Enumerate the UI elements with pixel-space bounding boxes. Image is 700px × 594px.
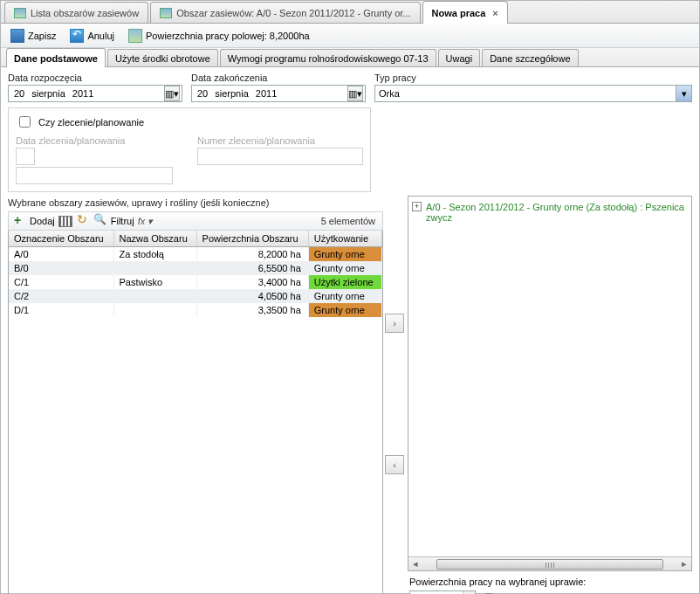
calendar-icon[interactable]: ▥▾: [347, 86, 363, 101]
selection-tree[interactable]: + A/0 - Sezon 2011/2012 - Grunty orne (Z…: [408, 196, 692, 571]
tab-area[interactable]: Obszar zasiewów: A/0 - Sezon 2011/2012 -…: [150, 2, 420, 23]
list-toolbar: Dodaj Filtruj fx ▾ 5 elementów: [8, 211, 383, 231]
search-icon[interactable]: [93, 214, 107, 228]
tab-list[interactable]: Lista obszarów zasiewów: [4, 2, 148, 23]
toolbar: Zapisz Anuluj Powierzchnia pracy polowej…: [1, 24, 699, 48]
end-date-input[interactable]: 20sierpnia2011 ▥▾: [191, 85, 366, 102]
calendar-icon[interactable]: ▥▾: [164, 86, 180, 101]
filter-button[interactable]: Filtruj: [111, 216, 134, 226]
list-title: Wybrane obszary zasiewów, uprawy i rośli…: [8, 197, 383, 208]
scroll-thumb[interactable]: [436, 559, 663, 570]
field-icon: [14, 8, 26, 18]
tab-new-work[interactable]: Nowa praca×: [422, 1, 508, 24]
col-name[interactable]: Nazwa Obszaru: [113, 231, 196, 247]
subtab-notes[interactable]: Uwagi: [438, 49, 481, 66]
table-row[interactable]: A/0Za stodołą8,2000 haGrunty orne: [9, 247, 382, 262]
expand-icon[interactable]: +: [412, 202, 422, 211]
col-desig[interactable]: Oznaczenie Obszaru: [9, 231, 113, 247]
reload-icon[interactable]: [76, 214, 90, 228]
save-button[interactable]: Zapisz: [6, 26, 60, 45]
table-row[interactable]: C/24,0500 haGrunty orne: [9, 289, 382, 303]
plan-date-day: [16, 148, 35, 165]
move-right-button[interactable]: ›: [385, 314, 404, 333]
work-type-label: Typ pracy: [374, 73, 692, 83]
plan-date-label: Data zlecenia/planowania: [16, 135, 189, 146]
plan-num-input: [197, 148, 363, 165]
plan-checkbox[interactable]: Czy zlecenie/planowanie: [16, 114, 144, 130]
field-icon: [128, 29, 142, 43]
plus-icon[interactable]: [12, 214, 26, 228]
tree-item[interactable]: + A/0 - Sezon 2011/2012 - Grunty orne (Z…: [412, 200, 688, 224]
crop-area-label: Powierzchnia pracy na wybranej uprawie:: [409, 577, 690, 587]
field-icon: [160, 8, 172, 18]
plan-date-input: [16, 167, 173, 184]
scroll-left-icon[interactable]: ◂: [408, 557, 422, 571]
transfer-buttons: › ‹: [383, 196, 406, 594]
undo-icon: [70, 29, 84, 43]
crop-area-slider[interactable]: [484, 591, 676, 594]
form-tabs: Dane podstawowe Użyte środki obrotowe Wy…: [1, 48, 699, 67]
subtab-basic[interactable]: Dane podstawowe: [6, 48, 106, 67]
save-icon: [10, 29, 24, 43]
col-area[interactable]: Powierzchnia Obszaru: [196, 231, 308, 247]
main-window: Lista obszarów zasiewów Obszar zasiewów:…: [0, 0, 700, 594]
end-date-label: Data zakończenia: [191, 73, 366, 83]
cancel-button[interactable]: Anuluj: [65, 26, 119, 45]
start-date-label: Data rozpoczęcia: [8, 73, 182, 83]
subtab-resources[interactable]: Użyte środki obrotowe: [107, 49, 218, 66]
item-count: 5 elementów: [156, 216, 379, 226]
add-button[interactable]: Dodaj: [30, 216, 55, 226]
subtab-details[interactable]: Dane szczegółowe: [482, 49, 578, 66]
table-row[interactable]: D/13,3500 haGrunty orne: [9, 303, 382, 317]
subtab-agri[interactable]: Wymogi programu rolnośrodowiskowego 07-1…: [220, 49, 436, 66]
move-left-button[interactable]: ‹: [385, 455, 404, 474]
content-area: Data rozpoczęcia 20sierpnia2011 ▥▾ Data …: [1, 67, 699, 594]
work-type-select[interactable]: Orka ▾: [374, 85, 692, 102]
fx-button[interactable]: fx ▾: [138, 216, 154, 227]
table-row[interactable]: C/1Pastwisko3,4000 haUżytki zielone: [9, 275, 382, 289]
columns-icon[interactable]: [58, 216, 72, 227]
col-use[interactable]: Użytkowanie: [308, 231, 381, 247]
scroll-right-icon[interactable]: ▸: [677, 557, 691, 571]
tab-strip: Lista obszarów zasiewów Obszar zasiewów:…: [1, 1, 699, 24]
plan-num-label: Numer zlecenia/planowania: [197, 135, 363, 146]
tree-hscrollbar[interactable]: ◂ ▸: [408, 556, 691, 570]
areas-grid[interactable]: Oznaczenie Obszaru Nazwa Obszaru Powierz…: [8, 231, 383, 594]
chevron-down-icon[interactable]: ▾: [676, 86, 691, 101]
surface-info: Powierzchnia pracy polowej: 8,2000ha: [124, 26, 314, 45]
start-date-input[interactable]: 20sierpnia2011 ▥▾: [8, 85, 182, 102]
crop-area-stepper[interactable]: 0 ▴▾: [409, 591, 476, 594]
table-row[interactable]: B/06,5500 haGrunty orne: [9, 261, 382, 275]
close-icon[interactable]: ×: [492, 8, 498, 18]
